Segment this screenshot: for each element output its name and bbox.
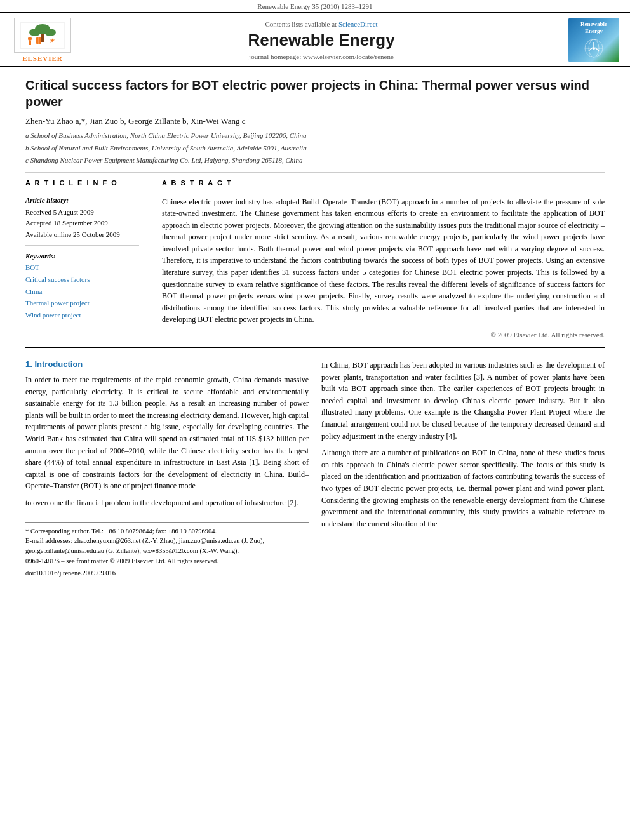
article-info-header: A R T I C L E I N F O xyxy=(25,179,139,187)
body-para-2: to overcome the financial problem in the… xyxy=(25,497,309,509)
svg-point-3 xyxy=(44,29,56,36)
separator-1 xyxy=(25,172,605,173)
body-left-column: 1. Introduction In order to meet the req… xyxy=(25,359,309,578)
authors-line: Zhen-Yu Zhao a,*, Jian Zuo b, George Zil… xyxy=(25,116,605,126)
elsevier-logo-image: ★ xyxy=(14,18,71,53)
journal-header: ★ ELSEVIER Contents lists available at S… xyxy=(0,13,630,67)
footnote-issn: 0960-1481/$ – see front matter © 2009 El… xyxy=(25,556,309,566)
article-title: Critical success factors for BOT electri… xyxy=(25,77,605,110)
svg-point-5 xyxy=(28,37,32,41)
abstract-text: Chinese electric power industry has adop… xyxy=(162,196,605,326)
available-date: Available online 25 October 2009 xyxy=(25,229,139,241)
footnote-area: * Corresponding author. Tel.: +86 10 807… xyxy=(25,522,309,578)
affiliation-b: b School of Natural and Built Environmen… xyxy=(25,143,605,154)
svg-rect-6 xyxy=(29,41,31,45)
section1-title-text: 1. Introduction xyxy=(25,359,83,369)
separator-3 xyxy=(25,245,139,246)
journal-center: Contents lists available at ScienceDirec… xyxy=(77,20,565,60)
body-content: 1. Introduction In order to meet the req… xyxy=(25,359,605,578)
article-info-column: A R T I C L E I N F O Article history: R… xyxy=(25,179,149,339)
elsevier-brand-text: ELSEVIER xyxy=(22,55,63,62)
journal-title: Renewable Energy xyxy=(90,30,553,50)
svg-point-13 xyxy=(593,47,595,50)
copyright-text: © 2009 Elsevier Ltd. All rights reserved… xyxy=(162,331,605,338)
separator-2 xyxy=(25,192,139,192)
body-para-1: In order to meet the requirements of the… xyxy=(25,374,309,492)
affiliation-a: a School of Business Administration, Nor… xyxy=(25,130,605,141)
accepted-date: Accepted 18 September 2009 xyxy=(25,218,139,229)
contents-available-text: Contents lists available at ScienceDirec… xyxy=(90,20,553,28)
journal-citation-text: Renewable Energy 35 (2010) 1283–1291 xyxy=(257,3,372,10)
footnote-corresponding: * Corresponding author. Tel.: +86 10 807… xyxy=(25,526,309,537)
re-logo-image: RenewableEnergy xyxy=(568,18,619,62)
separator-4 xyxy=(162,192,605,192)
footnote-doi: doi:10.1016/j.renene.2009.09.016 xyxy=(25,568,309,578)
svg-text:★: ★ xyxy=(49,37,55,44)
sciencedirect-link[interactable]: ScienceDirect xyxy=(338,20,378,28)
footnote-emails: E-mail addresses: zhaozhenyuxm@263.net (… xyxy=(25,536,309,556)
affiliation-c: c Shandong Nuclear Power Equipment Manuf… xyxy=(25,155,605,166)
keyword-csf: Critical success factors xyxy=(25,274,139,286)
homepage-url: journal homepage: www.elsevier.com/locat… xyxy=(90,53,553,60)
keyword-thermal: Thermal power project xyxy=(25,297,139,309)
elsevier-logo: ★ ELSEVIER xyxy=(8,18,77,62)
abstract-header: A B S T R A C T xyxy=(162,179,605,187)
keyword-wind: Wind power project xyxy=(25,309,139,321)
article-info-abstract: A R T I C L E I N F O Article history: R… xyxy=(25,179,605,339)
history-label: Article history: xyxy=(25,196,139,204)
keyword-bot: BOT xyxy=(25,262,139,274)
renewable-energy-logo: RenewableEnergy xyxy=(565,18,622,62)
keywords-label: Keywords: xyxy=(25,252,139,260)
body-para-right-1: In China, BOT approach has been adopted … xyxy=(321,359,605,442)
journal-citation-bar: Renewable Energy 35 (2010) 1283–1291 xyxy=(0,0,630,13)
body-right-column: In China, BOT approach has been adopted … xyxy=(321,359,605,578)
keyword-china: China xyxy=(25,286,139,298)
svg-point-2 xyxy=(29,29,41,36)
separator-5 xyxy=(25,347,605,348)
body-para-right-2: Although there are a number of publicati… xyxy=(321,447,605,530)
article-content: Critical success factors for BOT electri… xyxy=(0,67,630,587)
abstract-column: A B S T R A C T Chinese electric power i… xyxy=(162,179,605,339)
authors-text: Zhen-Yu Zhao a,*, Jian Zuo b, George Zil… xyxy=(25,116,246,126)
section1-title: 1. Introduction xyxy=(25,359,309,369)
received-date: Received 5 August 2009 xyxy=(25,207,139,218)
